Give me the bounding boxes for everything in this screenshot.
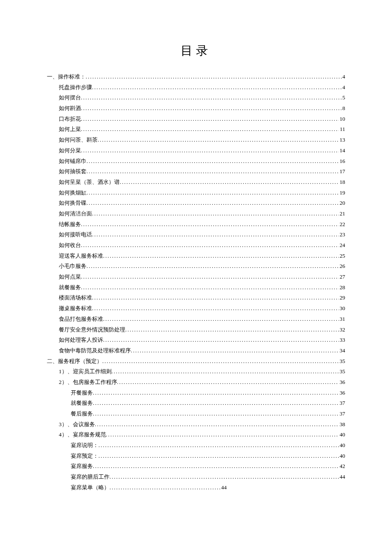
toc-leader-dots — [86, 261, 339, 272]
toc-page-number: 13 — [339, 135, 345, 145]
toc-page-number: 23 — [339, 230, 345, 240]
toc-entry: 如何呈菜（茶、酒水）谱18 — [47, 177, 345, 188]
toc-label: 如何清洁台面 — [59, 209, 92, 219]
toc-entry: 如何问茶、斟茶13 — [47, 135, 345, 145]
toc-entry: 楼面清场标准29 — [47, 293, 345, 303]
toc-page-number: 38 — [339, 419, 345, 430]
toc-page-number: 44 — [339, 472, 345, 482]
toc-entry: 宴席菜单（略）44 — [47, 482, 345, 493]
toc-leader-dots — [98, 135, 339, 145]
toc-page-number: 27 — [339, 272, 345, 282]
toc-entry: 小毛巾服务26 — [47, 261, 345, 272]
toc-page-number: 37 — [339, 398, 345, 409]
toc-leader-dots — [95, 419, 339, 430]
toc-leader-dots — [103, 314, 339, 325]
toc-label: 2）、包房服务工作程序 — [59, 377, 117, 388]
toc-entry: 如何斟酒8 — [47, 103, 345, 114]
toc-page-number: 10 — [339, 114, 345, 125]
toc-page-number: 31 — [339, 314, 345, 325]
toc-entry: 3）、会议服务38 — [47, 419, 345, 430]
toc-entry: 餐厅安全意外情况预防处理32 — [47, 325, 345, 335]
toc-leader-dots — [81, 282, 339, 293]
toc-leader-dots — [110, 482, 220, 493]
toc-leader-dots — [92, 82, 342, 93]
toc-label: 撤桌服务标准 — [59, 303, 92, 314]
toc-page-number: 22 — [339, 219, 345, 230]
toc-entry: 宴席说明：40 — [47, 440, 345, 451]
toc-entry: 如何分菜14 — [47, 145, 345, 156]
toc-leader-dots — [102, 356, 339, 367]
toc-leader-dots — [86, 198, 339, 209]
toc-label: 如何分菜 — [59, 145, 81, 156]
toc-label: 4）、宴席服务规范 — [59, 430, 106, 440]
toc-leader-dots — [92, 230, 339, 240]
toc-label: 就餐服务 — [71, 398, 93, 409]
toc-page-number: 26 — [339, 261, 345, 272]
toc-entry: 如何收台24 — [47, 240, 345, 251]
toc-entry: 托盘操作步骤4 — [47, 82, 345, 93]
toc-entry: 迎送客人服务标准25 — [47, 251, 345, 262]
toc-label: 楼面清场标准 — [59, 293, 92, 303]
toc-label: 如何点菜 — [59, 272, 81, 282]
table-of-contents: 一、操作标准：4托盘操作步骤4如何摆台5如何斟酒8口布折花10如何上菜11如何问… — [47, 72, 345, 493]
toc-label: 就餐服务 — [59, 282, 81, 293]
toc-entry: 如何换骨碟20 — [47, 198, 345, 209]
toc-leader-dots — [92, 303, 339, 314]
page-title: 目录 — [47, 43, 345, 59]
toc-label: 如何处理客人投诉 — [59, 335, 103, 346]
toc-label: 小毛巾服务 — [59, 261, 86, 272]
toc-leader-dots — [98, 451, 339, 462]
toc-page-number: 36 — [339, 388, 345, 398]
toc-leader-dots — [103, 335, 339, 346]
toc-label: 如何接听电话 — [59, 230, 92, 240]
toc-label: 如何换烟缸 — [59, 188, 86, 198]
toc-leader-dots — [112, 366, 339, 377]
toc-entry: 就餐服务37 — [47, 398, 345, 409]
toc-page-number: 18 — [339, 177, 345, 188]
toc-leader-dots — [86, 72, 342, 82]
toc-leader-dots — [125, 325, 339, 335]
toc-label: 宴席说明： — [71, 440, 98, 451]
toc-label: 宴席的膳后工作 — [71, 472, 110, 482]
toc-entry: 食品打包服务标准31 — [47, 314, 345, 325]
toc-label: 一、操作标准： — [47, 72, 86, 82]
toc-entry: 如何铺席巾16 — [47, 156, 345, 167]
toc-label: 如何收台 — [59, 240, 81, 251]
toc-page-number: 40 — [339, 451, 345, 462]
toc-leader-dots — [92, 293, 339, 303]
toc-entry: 1）、迎宾员工作细则35 — [47, 366, 345, 377]
toc-leader-dots — [81, 103, 342, 114]
toc-entry: 开餐服务36 — [47, 388, 345, 398]
toc-label: 迎送客人服务标准 — [59, 251, 103, 262]
toc-entry: 宴席预定：40 — [47, 451, 345, 462]
toc-label: 如何呈菜（茶、酒水）谱 — [59, 177, 120, 188]
toc-leader-dots — [131, 346, 339, 356]
toc-leader-dots — [81, 240, 339, 251]
toc-entry: 宴席的膳后工作44 — [47, 472, 345, 482]
toc-page-number: 42 — [339, 461, 345, 472]
toc-label: 开餐服务 — [71, 388, 93, 398]
toc-entry: 一、操作标准：4 — [47, 72, 345, 82]
toc-label: 如何摆台 — [59, 93, 81, 103]
toc-entry: 结帐服务22 — [47, 219, 345, 230]
toc-label: 餐后服务 — [71, 409, 93, 419]
toc-leader-dots — [106, 430, 339, 440]
toc-leader-dots — [81, 145, 339, 156]
toc-page-number: 5 — [342, 93, 346, 103]
toc-entry: 如何接听电话23 — [47, 230, 345, 240]
toc-leader-dots — [81, 124, 339, 135]
toc-entry: 如何清洁台面21 — [47, 209, 345, 219]
toc-entry: 如何点菜27 — [47, 272, 345, 282]
toc-leader-dots — [117, 377, 339, 388]
toc-label: 餐厅安全意外情况预防处理 — [59, 325, 125, 335]
toc-page-number: 36 — [339, 377, 345, 388]
toc-label: 口布折花 — [59, 114, 81, 125]
toc-label: 食品打包服务标准 — [59, 314, 103, 325]
toc-page-number: 32 — [339, 325, 345, 335]
toc-leader-dots — [93, 388, 339, 398]
toc-label: 宴席菜单（略） — [71, 482, 110, 493]
toc-entry: 口布折花10 — [47, 114, 345, 125]
toc-page-number: 14 — [339, 145, 345, 156]
toc-leader-dots — [93, 409, 339, 419]
toc-page-number: 21 — [339, 209, 345, 219]
